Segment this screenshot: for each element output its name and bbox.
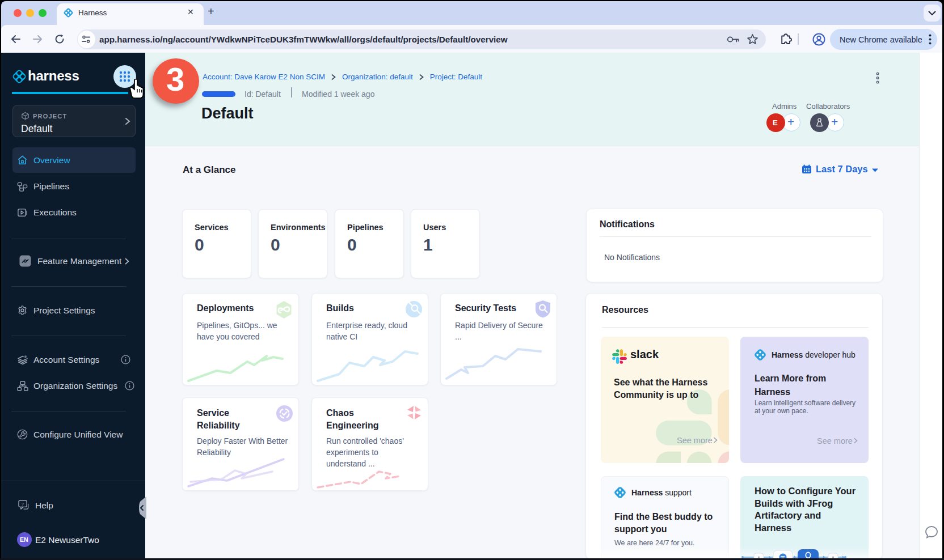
- svg-text:?: ?: [22, 502, 24, 507]
